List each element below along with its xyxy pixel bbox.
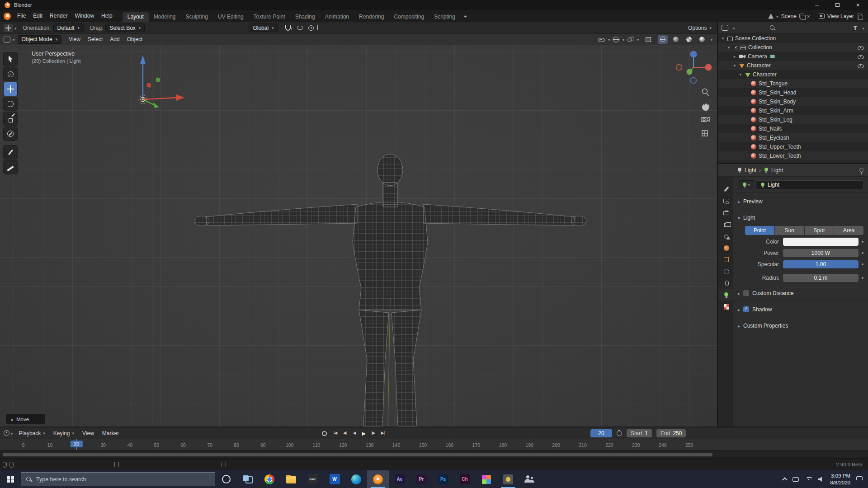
new-view-layer-icon[interactable]	[857, 14, 862, 19]
move-tool[interactable]	[4, 82, 17, 96]
new-scene-icon[interactable]	[799, 14, 804, 19]
taskbar-app-after-effects[interactable]: Ae	[389, 470, 410, 488]
outliner-row-std-tongue[interactable]: Std_Tongue	[718, 79, 868, 88]
animate-dot-icon[interactable]	[862, 241, 863, 243]
workspace-tab-uv-editing[interactable]: UV Editing	[213, 12, 249, 22]
shadow-checkbox[interactable]	[743, 306, 749, 312]
animate-dot-icon[interactable]	[862, 252, 863, 254]
properties-tab-output[interactable]	[719, 206, 733, 218]
snap-target-icon[interactable]	[297, 26, 303, 30]
shadow-section-header[interactable]: Shadow	[738, 305, 863, 314]
wifi-icon[interactable]	[805, 476, 812, 482]
outliner-row-std-skin-arm[interactable]: Std_Skin_Arm	[718, 106, 868, 115]
timeline-editor-caret[interactable]	[11, 430, 13, 436]
viewport-menu-add[interactable]: Add	[106, 33, 123, 46]
workspace-tab-animation[interactable]: Animation	[320, 12, 354, 22]
workspace-tab-modeling[interactable]: Modeling	[149, 12, 181, 22]
shading-caret[interactable]	[710, 36, 712, 42]
light-type-spot[interactable]: Spot	[805, 226, 834, 235]
menu-help[interactable]: Help	[98, 13, 116, 19]
menu-window[interactable]: Window	[71, 13, 98, 19]
taskbar-app-file-explorer[interactable]	[280, 470, 302, 488]
snap-caret[interactable]	[291, 25, 293, 31]
rotate-tool[interactable]	[4, 97, 17, 111]
drag-dropdown[interactable]: Select Box	[105, 23, 145, 32]
properties-tab-object[interactable]	[719, 253, 733, 265]
outliner-search-icon[interactable]	[769, 25, 776, 31]
outliner-row-character[interactable]: ▾Character	[718, 70, 868, 79]
power-field[interactable]: 1000 W	[783, 249, 859, 257]
search-input[interactable]	[36, 476, 190, 483]
transform-tool[interactable]	[4, 127, 17, 141]
minimize-button[interactable]	[807, 0, 827, 10]
measure-tool[interactable]	[4, 160, 17, 174]
timeline-menu-playback[interactable]: Playback	[15, 430, 49, 436]
shading-wireframe-button[interactable]	[658, 35, 668, 44]
shading-solid-button[interactable]	[671, 35, 681, 44]
start-button[interactable]	[0, 470, 21, 488]
horizontal-scrollbar[interactable]	[0, 450, 868, 458]
xray-toggle-icon[interactable]	[646, 37, 651, 42]
outliner-mode-caret[interactable]	[733, 25, 735, 31]
breadcrumb-data[interactable]: Light	[771, 167, 783, 174]
light-type-area[interactable]: Area	[834, 226, 863, 235]
viewport-nav-buttons[interactable]	[701, 89, 709, 136]
editor-type-caret[interactable]	[13, 36, 15, 42]
timeline-menu-keying[interactable]: Keying	[49, 430, 78, 436]
tray-expand-icon[interactable]	[783, 477, 788, 482]
scene-selector[interactable]: Scene	[781, 13, 797, 19]
play-button[interactable]: ▶	[360, 431, 368, 436]
prev-keyframe-button[interactable]: ◀|	[341, 431, 349, 436]
workspace-tab-sculpting[interactable]: Sculpting	[181, 12, 213, 22]
outliner-row-std-skin-body[interactable]: Std_Skin_Body	[718, 97, 868, 106]
proportional-editing-icon[interactable]	[308, 25, 314, 31]
taskbar-app-task-view[interactable]	[237, 470, 259, 488]
workspace-tab-rendering[interactable]: Rendering	[354, 12, 389, 22]
jump-to-end-button[interactable]: ▶|	[379, 431, 387, 436]
scene-dropdown-caret[interactable]	[776, 13, 778, 19]
properties-tab-view-layer[interactable]	[719, 218, 733, 230]
caret-down-icon[interactable]: ▾	[721, 36, 725, 41]
cursor-tool[interactable]	[4, 67, 17, 81]
light-color-swatch[interactable]	[783, 238, 859, 246]
workspace-tab-scripting[interactable]: Scripting	[429, 12, 460, 22]
exclude-checkbox[interactable]	[733, 45, 738, 50]
outliner-row-std-lower-teeth[interactable]: Std_Lower_Teeth	[718, 151, 868, 160]
proportional-falloff-icon[interactable]	[317, 25, 323, 30]
display-tray-icon[interactable]	[793, 477, 799, 482]
radius-field[interactable]: 0.1 m	[783, 274, 859, 282]
tool-caret[interactable]	[14, 25, 17, 31]
taskbar-app-photoshop[interactable]: Ps	[432, 470, 454, 488]
animate-dot-icon[interactable]	[862, 263, 863, 265]
viewport-menu-view[interactable]: View	[65, 33, 84, 46]
timeline-menu-marker[interactable]: Marker	[98, 430, 123, 436]
jump-to-start-button[interactable]: |◀	[331, 431, 339, 436]
data-name-field[interactable]: Light	[756, 180, 863, 189]
active-tool-icon[interactable]	[4, 24, 13, 32]
add-workspace-button[interactable]: +	[460, 12, 471, 22]
outliner-row-character[interactable]: ▾Character	[718, 61, 868, 70]
volume-icon[interactable]	[818, 477, 824, 482]
viewport-3d[interactable]: User Perspective (20) Collection | Light…	[0, 45, 717, 427]
visibility-caret[interactable]	[608, 36, 610, 42]
menu-file[interactable]: File	[14, 13, 29, 19]
properties-tab-object-data[interactable]	[719, 289, 733, 300]
outliner-row-collection[interactable]: ▾Collection	[718, 43, 868, 52]
scale-tool[interactable]	[4, 112, 17, 126]
outliner-editor-icon[interactable]	[722, 25, 728, 31]
visibility-eye-icon[interactable]	[857, 62, 864, 69]
start-frame-field[interactable]: Start1	[627, 429, 652, 437]
play-reverse-button[interactable]: ◀	[350, 431, 358, 436]
outliner-row-camera[interactable]: ▸Camera	[718, 52, 868, 61]
view-layer-selector[interactable]: View Layer	[827, 13, 854, 19]
operator-panel[interactable]: Move	[6, 414, 45, 424]
id-type-selector[interactable]	[738, 180, 754, 189]
taskbar-app-game-app[interactable]	[476, 470, 497, 488]
properties-tab-constraints[interactable]	[719, 277, 733, 289]
orientation-dropdown[interactable]: Default	[53, 23, 84, 32]
auto-keying-button[interactable]	[322, 431, 327, 436]
custom-distance-section-header[interactable]: Custom Distance	[738, 289, 863, 297]
taskbar-app-media-app[interactable]	[497, 470, 519, 488]
outliner-row-std-skin-leg[interactable]: Std_Skin_Leg	[718, 115, 868, 124]
current-frame-field[interactable]: 20	[590, 429, 612, 437]
